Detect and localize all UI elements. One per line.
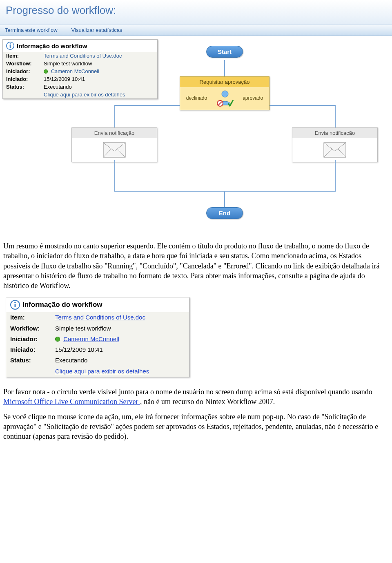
info2-initiator-link[interactable]: Cameron McConnell	[63, 335, 119, 342]
workflow-info-panel-large: Informação do workflow Item: Terms and C…	[6, 297, 189, 377]
approval-declined-label: declinado	[186, 95, 207, 101]
svg-rect-1	[10, 45, 11, 48]
svg-rect-9	[15, 304, 16, 307]
details-link-large[interactable]: Clique aqui para exibir os detalhes	[55, 368, 149, 375]
info-item-label: Item:	[3, 52, 40, 60]
info-icon	[6, 42, 14, 50]
info-icon	[10, 300, 20, 310]
presence-indicator-icon	[55, 337, 60, 342]
workflow-info-panel: Informação do workflow Item: Terms and C…	[2, 39, 158, 99]
info-workflow-label: Workflow:	[3, 60, 40, 67]
details-link[interactable]: Clique aqui para exibir os detalhes	[44, 92, 125, 98]
info-item-link[interactable]: Terms and Conditions of Use.doc	[44, 53, 122, 59]
connector	[224, 60, 225, 76]
info2-item-link[interactable]: Terms and Conditions of Use.doc	[55, 314, 145, 321]
approval-node-title: Requisitar aprovação	[180, 77, 269, 87]
info2-workflow-value: Simple test workflow	[51, 323, 189, 334]
connector	[114, 191, 336, 192]
info-initiator-label: Iniciador:	[3, 67, 40, 75]
info2-status-value: Executando	[51, 355, 189, 366]
toolbar: Termina este workflow Visualizar estatís…	[0, 25, 392, 36]
approval-node-body: declinado aprovado	[180, 87, 269, 110]
notify-left-body	[72, 138, 157, 162]
send-notification-left-node[interactable]: Envia notificação	[71, 127, 157, 162]
info-initiator-link[interactable]: Cameron McConnell	[51, 68, 100, 74]
approval-person-icon	[216, 89, 234, 107]
connector	[335, 160, 336, 191]
svg-point-2	[10, 43, 11, 45]
info2-initiator-label: Iniciador:	[6, 334, 51, 344]
info2-started-value: 15/12/2009 10:41	[51, 344, 189, 355]
info-started-label: Iniciado:	[3, 75, 40, 83]
paragraph-2: Por favor nota - o círculo verde visível…	[3, 387, 389, 407]
end-node[interactable]: End	[206, 207, 243, 219]
connector	[224, 191, 225, 207]
start-node[interactable]: Start	[206, 46, 243, 58]
ms-live-comm-server-link[interactable]: Microsoft Office Live Communication Serv…	[3, 398, 140, 406]
info-table: Item: Terms and Conditions of Use.doc Wo…	[3, 52, 157, 98]
connector	[335, 105, 336, 127]
approval-approved-label: aprovado	[243, 95, 263, 101]
envelope-icon	[323, 142, 346, 158]
paragraph-1: Um resumo é mostrado no canto superior e…	[3, 241, 389, 290]
notify-right-body	[292, 138, 377, 162]
connector	[114, 160, 115, 191]
info-status-value: Executando	[40, 83, 157, 91]
info2-item-label: Item:	[6, 312, 51, 323]
connector	[270, 105, 335, 106]
send-notification-right-node[interactable]: Envia notificação	[292, 127, 378, 162]
paragraph-3: Se você clique no mouse ícone da ação, u…	[3, 412, 389, 442]
notify-right-title: Envia notificação	[292, 128, 377, 138]
info-status-label: Status:	[3, 83, 40, 91]
document-body: Um resumo é mostrado no canto superior e…	[0, 230, 392, 462]
svg-rect-7	[324, 143, 346, 157]
svg-rect-6	[103, 143, 125, 157]
info-started-value: 15/12/2009 10:41	[40, 75, 157, 83]
info-table-large: Item: Terms and Conditions of Use.doc Wo…	[6, 312, 189, 377]
info-workflow-value: Simple test workflow	[40, 60, 157, 67]
connector	[114, 105, 115, 127]
page-title: Progresso do workflow:	[6, 4, 386, 17]
request-approval-node[interactable]: Requisitar aprovação declinado aprovado	[180, 76, 270, 110]
envelope-icon	[103, 142, 126, 158]
info-panel-large-titlebar: Informação do workflow	[6, 297, 189, 312]
page-header: Progresso do workflow:	[0, 0, 392, 25]
presence-indicator-icon	[44, 69, 48, 74]
info-panel-titlebar: Informação do workflow	[3, 40, 157, 52]
info-panel-title: Informação do workflow	[17, 42, 87, 49]
terminate-workflow-link[interactable]: Termina este workflow	[5, 27, 58, 33]
info-panel-large-title: Informação do workflow	[22, 300, 102, 310]
view-stats-link[interactable]: Visualizar estatísticas	[71, 27, 122, 33]
notify-left-title: Envia notificação	[72, 128, 157, 138]
connector	[114, 105, 180, 106]
info2-status-label: Status:	[6, 355, 51, 366]
svg-point-3	[222, 91, 228, 97]
svg-point-10	[14, 302, 16, 304]
workflow-canvas: Informação do workflow Item: Terms and C…	[0, 38, 392, 230]
info2-workflow-label: Workflow:	[6, 323, 51, 334]
info2-started-label: Iniciado:	[6, 344, 51, 355]
